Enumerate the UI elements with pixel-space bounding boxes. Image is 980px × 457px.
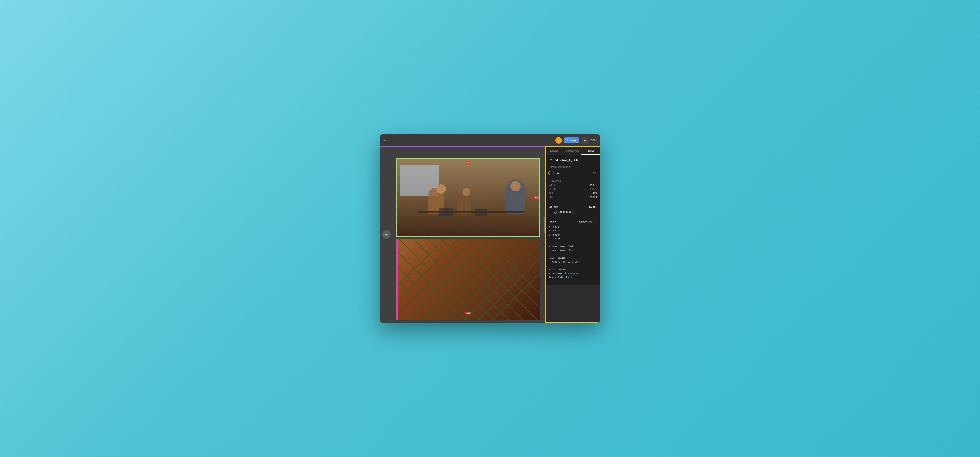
- scene-people: [397, 159, 539, 236]
- canvas-top-border: [380, 146, 545, 147]
- code-line-w: W: 586px: [549, 233, 597, 237]
- share-button[interactable]: Share: [564, 137, 579, 143]
- tab-prototype[interactable]: Prototype: [564, 147, 582, 155]
- badge-top: 64: [466, 161, 470, 163]
- prop-top-value: 64px: [591, 192, 597, 195]
- canvas-prev-arrow[interactable]: →: [382, 230, 391, 239]
- gear-icon[interactable]: ⚙: [593, 171, 597, 175]
- prop-height: Height 386px: [549, 188, 597, 191]
- app-window: ✂ U Share ▶ 60% → 64 638: [380, 134, 600, 323]
- code-header: Code CSS ▾ </> ☰: [549, 220, 597, 224]
- code-section: Code CSS ▾ </> ☰ X: 638px: [549, 220, 597, 280]
- colors-section: Colors RGB ▾ rgba(0, 0, 0, 0.25): [549, 205, 597, 217]
- prop-left-value: 638px: [590, 195, 597, 198]
- code-line-yconstraint: Y constraint: Top: [549, 248, 597, 252]
- color-value: rgba(0, 0, 0, 0.25): [554, 211, 576, 214]
- code-line-filename: File Name: image.png: [549, 272, 597, 276]
- fence-scene: 360: [396, 239, 540, 320]
- code-line-xconstraint: X constraint: Left: [549, 244, 597, 248]
- layer-name-row: ⊞ 04 patio2_light 6: [549, 158, 597, 162]
- prop-top: Top 64px: [549, 192, 597, 195]
- properties-section: Properties Width 586px Height 386px Top …: [549, 179, 597, 202]
- image-top-frame: 64 638: [396, 158, 540, 236]
- tab-inspect[interactable]: Inspect: [581, 147, 600, 155]
- right-panel-wrapper: Design Prototype Inspect ⊞ 04 patio2_lig…: [545, 146, 600, 323]
- color-swatch[interactable]: [549, 210, 552, 214]
- title-bar-controls: U Share ▶ 60%: [555, 137, 597, 144]
- prop-width-value: 586px: [590, 184, 597, 187]
- avatar: U: [555, 137, 562, 144]
- component-diamond-icon: [548, 171, 553, 176]
- code-title: Code: [549, 221, 556, 224]
- prop-height-value: 386px: [590, 188, 597, 191]
- parent-component-name: CTA: [553, 171, 559, 174]
- code-copy-icon[interactable]: </>: [588, 221, 592, 224]
- main-layout: → 64 638: [380, 146, 600, 323]
- layer-type-icon: ⊞: [549, 158, 553, 162]
- code-line-rgba: rgba(0, 0, 0, 0.25): [549, 260, 597, 264]
- css-chevron: ▾: [585, 221, 587, 224]
- badge-fence: 360: [465, 312, 471, 315]
- code-block: X: 638px Y: 64px W: 586px H: 386px X con…: [549, 225, 597, 280]
- canvas-area[interactable]: → 64 638: [380, 146, 545, 323]
- colors-header: Colors RGB ▾: [549, 205, 597, 209]
- file-name-link[interactable]: image.png: [565, 272, 578, 275]
- prop-left-label: Left: [549, 195, 553, 198]
- fence-grid: [396, 239, 540, 320]
- zoom-level: 60%: [591, 139, 597, 142]
- parent-component-row: CTA ⚙: [549, 170, 597, 176]
- code-line-h: H: 386px: [549, 237, 597, 241]
- color-row: rgba(0, 0, 0, 0.25): [549, 210, 597, 214]
- code-line-fill-image: Fill: Image: [549, 268, 597, 272]
- parent-component-label: Parent component: [549, 165, 597, 168]
- canvas-scrollbar[interactable]: [544, 217, 545, 233]
- rgb-dropdown[interactable]: RGB ▾: [589, 206, 597, 209]
- badge-right: 638: [534, 197, 539, 199]
- properties-label: Properties: [549, 179, 597, 182]
- layer-name: 04 patio2_light 6: [555, 158, 578, 162]
- panel-tabs: Design Prototype Inspect: [546, 147, 600, 155]
- app-icon: ✂: [383, 138, 387, 142]
- rgb-label: RGB: [589, 206, 595, 209]
- play-button[interactable]: ▶: [581, 137, 589, 144]
- code-line-x: X: 638px: [549, 225, 597, 229]
- scene-table: [418, 211, 525, 213]
- css-language-dropdown[interactable]: CSS ▾: [579, 221, 587, 224]
- code-line-fill-solid: Fill: Solid: [549, 256, 597, 260]
- code-list-icon[interactable]: ☰: [594, 220, 597, 224]
- panel-content: ⊞ 04 patio2_light 6 Parent component CTA…: [546, 155, 600, 285]
- title-bar: ✂ U Share ▶ 60%: [380, 134, 600, 146]
- code-controls: CSS ▾ </> ☰: [579, 220, 597, 224]
- prop-width: Width 586px: [549, 184, 597, 187]
- pink-side-bar: [396, 239, 398, 320]
- rgb-chevron: ▾: [595, 206, 597, 209]
- css-label: CSS: [579, 221, 585, 224]
- tab-design[interactable]: Design: [546, 147, 564, 155]
- prop-width-label: Width: [549, 184, 556, 187]
- right-panel: ⊞ 04 patio2_light 6 Parent component CTA…: [546, 155, 600, 285]
- code-line-scalemode: Scale Mode: Fill: [549, 276, 597, 280]
- colors-title: Colors: [549, 205, 558, 209]
- prop-top-label: Top: [549, 192, 553, 195]
- prop-height-label: Height: [549, 188, 557, 191]
- prop-left: Left 638px: [549, 195, 597, 198]
- code-line-y: Y: 64px: [549, 229, 597, 233]
